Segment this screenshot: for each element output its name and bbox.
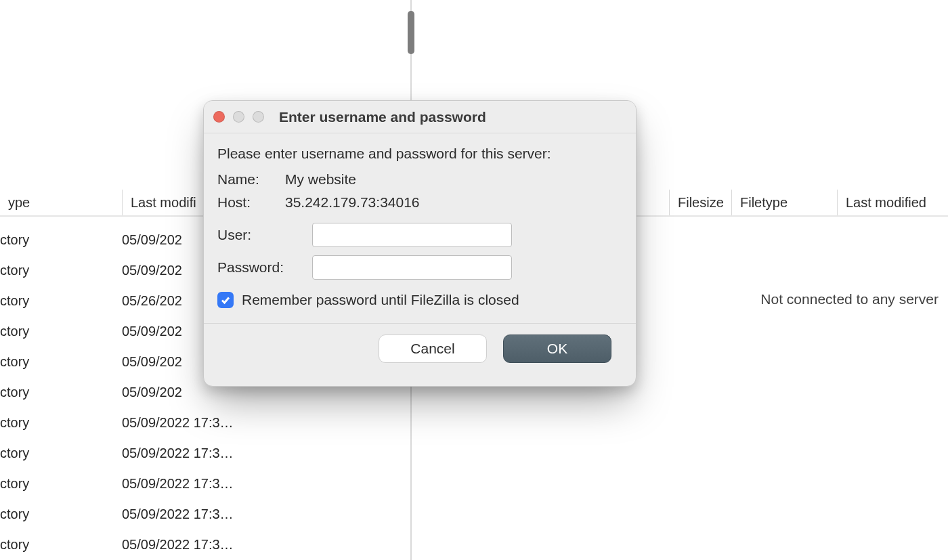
table-row[interactable]: ctory05/09/2022 17:3…: [0, 499, 410, 530]
filetype-cell: ctory: [0, 446, 122, 461]
user-input[interactable]: [312, 223, 512, 247]
ok-button[interactable]: OK: [503, 335, 611, 363]
modified-cell: 05/09/2022 17:3…: [122, 446, 410, 461]
modified-cell: 05/09/2022 17:3…: [122, 476, 410, 492]
remember-checkbox[interactable]: [217, 292, 234, 308]
dialog-buttons: Cancel OK: [217, 324, 622, 375]
dialog-title: Enter username and password: [264, 109, 626, 125]
check-icon: [220, 295, 231, 305]
table-row[interactable]: ctory05/09/2022 17:3…: [0, 408, 410, 438]
zoom-icon: [253, 111, 264, 123]
host-value: 35.242.179.73:34016: [285, 194, 420, 211]
host-row: Host: 35.242.179.73:34016: [217, 194, 622, 211]
name-value: My website: [285, 171, 356, 188]
minimize-icon: [233, 111, 244, 123]
filetype-cell: ctory: [0, 232, 122, 248]
name-label: Name:: [217, 171, 285, 188]
password-label: Password:: [217, 259, 312, 276]
filetype-cell: ctory: [0, 263, 122, 278]
table-row[interactable]: ctory05/09/2022 17:3…: [0, 469, 410, 499]
table-row[interactable]: ctory05/09/2022 17:3…: [0, 438, 410, 469]
modified-cell: 05/09/2022 17:3…: [122, 507, 410, 522]
filetype-cell: ctory: [0, 415, 122, 431]
cancel-button[interactable]: Cancel: [379, 335, 487, 363]
column-header-last-modified-remote[interactable]: Last modified: [837, 190, 948, 215]
credentials-dialog: Enter username and password Please enter…: [203, 100, 637, 387]
filetype-cell: ctory: [0, 324, 122, 339]
remember-label: Remember password until FileZilla is clo…: [242, 292, 519, 308]
column-header-filesize[interactable]: Filesize: [669, 190, 731, 215]
filetype-cell: ctory: [0, 293, 122, 309]
credentials-form: User: Password: Remember password until …: [217, 223, 622, 308]
user-label: User:: [217, 227, 312, 243]
table-row[interactable]: ctory05/09/2022 17:3…: [0, 530, 410, 560]
filetype-cell: ctory: [0, 476, 122, 492]
filetype-cell: ctory: [0, 507, 122, 522]
column-header-filetype-remote[interactable]: Filetype: [731, 190, 837, 215]
user-row: User:: [217, 223, 622, 247]
dialog-titlebar: Enter username and password: [204, 101, 636, 133]
dialog-body: Please enter username and password for t…: [204, 133, 636, 386]
close-icon[interactable]: [213, 111, 225, 123]
modified-cell: 05/09/2022 17:3…: [122, 537, 410, 553]
password-input[interactable]: [312, 255, 512, 280]
dialog-prompt: Please enter username and password for t…: [217, 146, 622, 162]
remember-row: Remember password until FileZilla is clo…: [217, 292, 622, 308]
password-row: Password:: [217, 255, 622, 280]
filetype-cell: ctory: [0, 385, 122, 400]
column-header-filetype[interactable]: ype: [0, 190, 122, 215]
traffic-lights: [213, 111, 264, 123]
filetype-cell: ctory: [0, 537, 122, 553]
name-row: Name: My website: [217, 171, 622, 188]
filetype-cell: ctory: [0, 354, 122, 370]
modified-cell: 05/09/202: [122, 385, 410, 400]
modified-cell: 05/09/2022 17:3…: [122, 415, 410, 431]
host-label: Host:: [217, 194, 285, 211]
